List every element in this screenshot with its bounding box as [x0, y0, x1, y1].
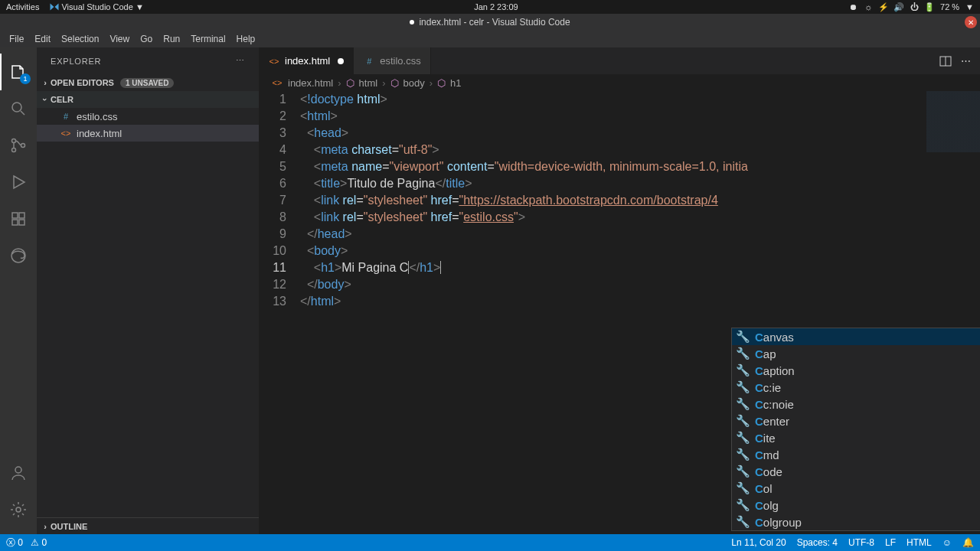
menu-run[interactable]: Run	[158, 32, 185, 46]
wrench-icon: 🔧	[737, 448, 749, 461]
suggest-item[interactable]: 🔧Col	[732, 480, 980, 497]
suggest-item[interactable]: 🔧Cc:ie	[732, 379, 980, 396]
status-warnings[interactable]: ⚠ 0	[31, 537, 47, 548]
battery-icon: 🔋	[925, 2, 934, 11]
tab-estilo-css[interactable]: # estilo.css	[354, 47, 430, 74]
status-errors[interactable]: ⓧ 0	[6, 536, 23, 549]
brightness-icon: ☼	[864, 2, 873, 11]
html-file-icon: <>	[271, 77, 283, 89]
chevron-right-icon: ›	[40, 522, 51, 531]
chevron-right-icon: ›	[382, 77, 385, 89]
symbol-icon: ⬡	[346, 77, 354, 89]
wrench-icon: 🔧	[737, 431, 749, 445]
suggest-item[interactable]: 🔧Center	[732, 412, 980, 429]
section-open-editors[interactable]: › OPEN EDITORS 1 UNSAVED	[37, 74, 259, 91]
wifi-icon: ⚡	[879, 2, 888, 11]
file-index-html[interactable]: <> index.html	[37, 125, 259, 142]
activity-source-control[interactable]	[0, 127, 37, 164]
menu-view[interactable]: View	[105, 32, 134, 46]
chevron-right-icon: ›	[338, 77, 341, 89]
screen-record-icon: ⏺	[848, 2, 858, 11]
suggest-item[interactable]: 🔧Colgroup	[732, 514, 980, 530]
more-icon[interactable]: ⋯	[236, 56, 245, 66]
suggest-item[interactable]: 🔧Cite	[732, 429, 980, 446]
tab-label: estilo.css	[380, 55, 420, 67]
svg-point-2	[12, 148, 16, 152]
menu-edit[interactable]: Edit	[30, 32, 55, 46]
menubar: File Edit Selection View Go Run Terminal…	[0, 31, 980, 47]
status-spaces[interactable]: Spaces: 4	[797, 537, 838, 548]
breadcrumb[interactable]: <> index.html › ⬡ html › ⬡ body › ⬡ h1	[259, 74, 980, 91]
wrench-icon: 🔧	[737, 347, 749, 360]
clock[interactable]: Jan 2 23:09	[144, 2, 848, 11]
css-file-icon: #	[60, 110, 72, 122]
line-gutter: 12345678910111213	[259, 91, 300, 534]
file-label: index.html	[77, 128, 122, 139]
menu-file[interactable]: File	[5, 32, 28, 46]
menu-help[interactable]: Help	[232, 32, 260, 46]
suggest-item[interactable]: 🔧Colg	[732, 497, 980, 514]
suggest-item[interactable]: 🔧Caption	[732, 362, 980, 379]
svg-point-1	[12, 139, 16, 143]
status-eol[interactable]: LF	[885, 537, 896, 548]
html-file-icon: <>	[268, 55, 280, 67]
split-editor-icon[interactable]	[939, 55, 952, 67]
unsaved-badge: 1 UNSAVED	[120, 78, 175, 88]
section-project[interactable]: › CELR	[37, 91, 259, 108]
activities-button[interactable]: Activities	[6, 2, 39, 11]
window-titlebar: index.html - celr - Visual Studio Code ✕	[0, 14, 980, 31]
sidebar-title-label: EXPLORER	[51, 57, 101, 66]
activity-edge[interactable]	[0, 237, 37, 274]
svg-point-5	[15, 467, 21, 473]
breadcrumb-item[interactable]: body	[403, 77, 425, 89]
status-bell-icon[interactable]: 🔔	[962, 537, 974, 548]
activity-settings[interactable]	[0, 491, 37, 528]
status-language[interactable]: HTML	[906, 537, 932, 548]
wrench-icon: 🔧	[737, 364, 749, 377]
status-feedback-icon[interactable]: ☺	[942, 537, 952, 548]
suggest-item[interactable]: 🔧Code	[732, 463, 980, 480]
section-outline[interactable]: › OUTLINE	[37, 517, 259, 534]
menu-go[interactable]: Go	[136, 32, 157, 46]
chevron-down-icon: ›	[41, 94, 50, 105]
menu-terminal[interactable]: Terminal	[186, 32, 230, 46]
status-encoding[interactable]: UTF-8	[848, 537, 874, 548]
explorer-badge: 1	[20, 73, 31, 84]
activity-extensions[interactable]	[0, 201, 37, 237]
more-actions-icon[interactable]: ⋯	[961, 55, 971, 67]
system-tray[interactable]: ⏺ ☼ ⚡ 🔊 ⏻ 🔋 72 % ▼	[848, 2, 974, 11]
activity-bar: 1	[0, 47, 37, 534]
suggest-item[interactable]: 🔧 Canvas Emmet Abbreviation	[732, 328, 980, 345]
breadcrumb-item[interactable]: index.html	[288, 77, 333, 89]
html-file-icon: <>	[60, 127, 72, 139]
editor-tabs: <> index.html # estilo.css ⋯	[259, 47, 980, 74]
suggest-item[interactable]: 🔧Cap	[732, 345, 980, 362]
window-close-button[interactable]: ✕	[965, 16, 977, 28]
app-menu[interactable]: Visual Studio Code ▼	[50, 2, 143, 11]
breadcrumb-item[interactable]: html	[359, 77, 378, 89]
file-label: estilo.css	[77, 111, 117, 122]
outline-label: OUTLINE	[51, 522, 87, 531]
open-editors-label: OPEN EDITORS	[51, 78, 114, 87]
suggest-item[interactable]: 🔧Cmd	[732, 446, 980, 463]
activity-search[interactable]	[0, 90, 37, 127]
breadcrumb-item[interactable]: h1	[450, 77, 461, 89]
wrench-icon: 🔧	[737, 330, 749, 344]
suggest-item[interactable]: 🔧Cc:noie	[732, 396, 980, 412]
status-ln-col[interactable]: Ln 11, Col 20	[731, 537, 786, 548]
sidebar-explorer: EXPLORER ⋯ › OPEN EDITORS 1 UNSAVED › CE…	[37, 47, 259, 534]
activity-accounts[interactable]	[0, 455, 37, 491]
suggest-widget[interactable]: 🔧 Canvas Emmet Abbreviation 🔧Cap 🔧Captio…	[731, 328, 980, 531]
menu-selection[interactable]: Selection	[57, 32, 103, 46]
svg-point-3	[21, 144, 25, 148]
chevron-right-icon: ›	[40, 78, 51, 87]
minimap[interactable]	[926, 91, 980, 244]
file-estilo-css[interactable]: # estilo.css	[37, 108, 259, 125]
activity-run-debug[interactable]	[0, 164, 37, 201]
svg-point-0	[12, 103, 21, 112]
power-icon: ⏻	[910, 2, 919, 11]
wrench-icon: 🔧	[737, 397, 749, 411]
window-title: index.html - celr - Visual Studio Code	[419, 17, 570, 28]
tab-index-html[interactable]: <> index.html	[259, 47, 354, 74]
activity-explorer[interactable]: 1	[0, 54, 37, 90]
